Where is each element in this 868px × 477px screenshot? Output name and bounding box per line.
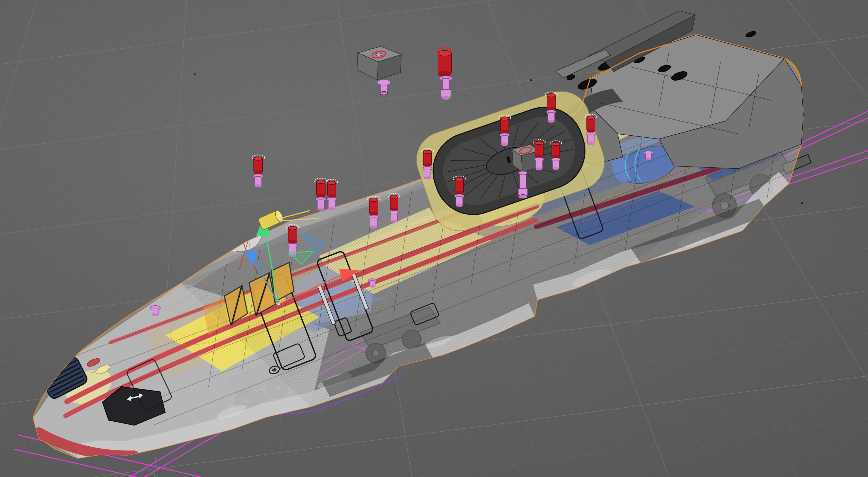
3d-viewport[interactable]: [0, 0, 868, 477]
cube-bolt: [518, 171, 528, 199]
gizmo-origin[interactable]: [277, 303, 280, 305]
